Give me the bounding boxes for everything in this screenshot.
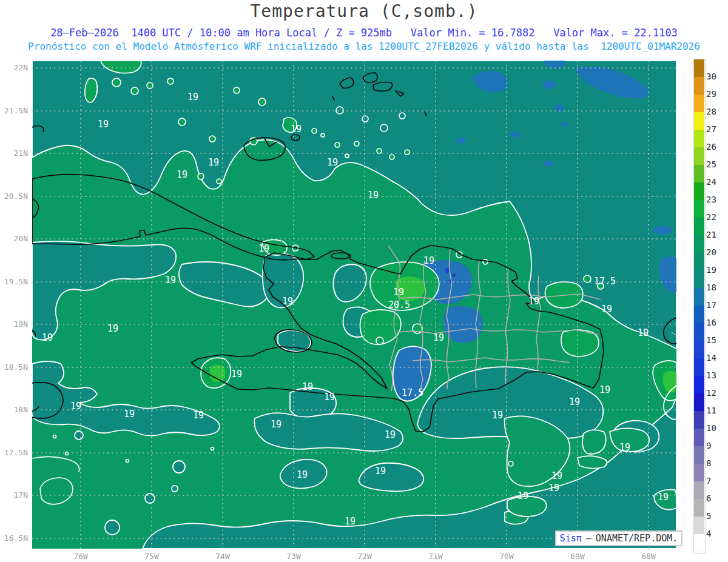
colorbar-cell (694, 429, 704, 447)
colorbar-value-label: 15 (706, 335, 727, 345)
contour-value-label: 19 (258, 243, 269, 254)
colorbar-cell (694, 446, 704, 464)
colorbar-cell (694, 270, 704, 289)
lat-tick-label: 19.5N (0, 277, 28, 286)
colorbar-value-label: 20 (706, 247, 727, 257)
contour-value-label: 19 (619, 442, 630, 453)
colorbar-value-label: 7 (706, 476, 727, 486)
colorbar-value-label: 12 (706, 388, 727, 398)
lat-tick-label: 17N (0, 490, 28, 500)
lon-tick-label: 68W (630, 552, 667, 561)
lat-tick-label: 21.5N (0, 106, 28, 115)
contour-value-label: 19 (368, 190, 379, 201)
colorbar-cell (694, 147, 704, 166)
colorbar-cell (694, 200, 704, 218)
colorbar-value-label: 6 (706, 493, 727, 503)
sis-logo: Sisπ (560, 533, 582, 544)
colorbar-cell (694, 341, 704, 359)
temperature-map: 191919191919191919191919191919191920.519… (32, 61, 676, 549)
contour-value-label: 17.5 (594, 276, 616, 287)
contour-value-label: 19 (177, 169, 187, 180)
colorbar-cell (694, 130, 704, 148)
contour-value-label: 19 (187, 92, 198, 102)
contour-value-label: 19 (423, 255, 434, 266)
colorbar-value-label: 8 (706, 458, 727, 468)
colorbar-value-label: 4 (706, 529, 727, 538)
colorbar-cell (694, 95, 704, 113)
contour-value-label: 19 (393, 287, 404, 298)
colorbar-cell (694, 165, 704, 183)
contour-value-label: 19 (548, 483, 559, 493)
contour-value-label: 19 (375, 466, 386, 477)
colorbar-value-label: 9 (706, 441, 727, 450)
contour-value-label: 19 (433, 332, 444, 343)
lon-tick-label: 74W (204, 552, 241, 561)
colorbar-cell (694, 464, 704, 482)
lat-tick-label: 18N (0, 405, 28, 414)
colorbar-cell (694, 411, 704, 429)
page-title: Temperatura (C,somb.) (0, 1, 728, 21)
colorbar-value-label: 5 (706, 511, 727, 521)
lat-tick-label: 20.5N (0, 192, 28, 201)
colorbar-cell (694, 481, 704, 500)
contour-value-label: 19 (98, 119, 109, 130)
colorbar-value-label: 24 (706, 177, 727, 187)
colorbar-value-label: 22 (706, 212, 727, 222)
colorbar-value-label: 16 (706, 318, 727, 327)
contour-value-label: 19 (107, 323, 118, 334)
lon-tick-label: 69W (559, 552, 596, 561)
colorbar-value-label: 26 (706, 142, 727, 152)
contour-value-label: 19 (327, 157, 338, 168)
colorbar-cell (694, 59, 704, 78)
branding-badge: Sisπ–ONAMET/REP.DOM. (555, 530, 682, 546)
contour-value-label: 19 (208, 157, 219, 168)
lat-tick-label: 19N (0, 319, 28, 329)
lat-tick-label: 16.5N (0, 534, 28, 543)
contour-value-label: 19 (528, 296, 539, 307)
colorbar-value-label: 13 (706, 370, 727, 380)
colorbar-cell (694, 182, 704, 201)
contour-value-label: 19 (302, 381, 313, 392)
colorbar-value-label: 10 (706, 423, 727, 433)
contour-value-label: 19 (492, 410, 503, 421)
colorbar-cell (694, 253, 704, 271)
colorbar-cell (694, 323, 704, 341)
badge-dash: – (586, 533, 592, 544)
colorbar-value-label: 27 (706, 124, 727, 134)
contour-value-label: 19 (297, 469, 308, 480)
colorbar-cell (694, 112, 704, 130)
lon-tick-label: 72W (346, 552, 383, 561)
subtitle-model-init: Pronóstico con el Modelo Atmósferico WRF… (0, 41, 728, 52)
colorbar-value-label: 14 (706, 353, 727, 363)
colorbar-value-label: 29 (706, 89, 727, 99)
lon-tick-label: 71W (417, 552, 454, 561)
contour-value-label: 19 (385, 429, 396, 440)
lat-tick-label: 22N (0, 63, 28, 72)
colorbar-cell (694, 218, 704, 236)
colorbar-value-label: 25 (706, 159, 727, 169)
contour-value-label: 19 (601, 304, 612, 315)
contour-value-label: 19 (345, 516, 356, 527)
colorbar-value-label: 28 (706, 107, 727, 116)
lon-tick-label: 70W (488, 552, 525, 561)
colorbar-cell (694, 306, 704, 324)
colorbar-cell (694, 77, 704, 95)
contour-value-label: 19 (124, 409, 135, 420)
lon-tick-label: 76W (62, 552, 99, 561)
colorbar-value-label: 18 (706, 283, 727, 292)
contour-value-label: 19 (658, 492, 669, 503)
colorbar-cell (694, 534, 704, 552)
weather-map-page: Temperatura (C,somb.) 28–Feb–2026 1400 U… (0, 0, 728, 562)
colorbar-cell (694, 376, 704, 394)
colorbar-cell (694, 358, 704, 376)
colorbar-cell (694, 517, 704, 535)
colorbar-value-label: 19 (706, 265, 727, 275)
colorbar-cell (694, 235, 704, 253)
colorbar-value-label: 30 (706, 72, 727, 81)
contour-value-label: 19 (70, 401, 81, 412)
contour-value-label: 20.5 (388, 299, 410, 310)
contour-value-label: 19 (282, 296, 293, 307)
lat-tick-label: 17.5N (0, 448, 28, 457)
contour-value-label: 19 (324, 392, 335, 403)
contour-value-label: 17.5 (402, 387, 423, 398)
